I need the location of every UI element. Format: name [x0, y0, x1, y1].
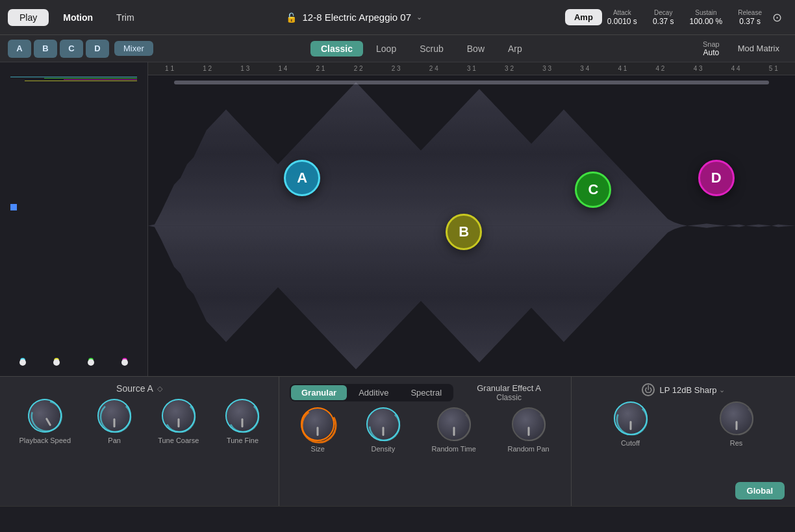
tick-2-3: 2 3 — [385, 65, 408, 72]
motion-tab[interactable]: Motion — [54, 9, 102, 26]
snap-label: Snap — [703, 40, 720, 48]
granular-section: Granular Additive Spectral Granular Effe… — [279, 377, 572, 506]
filter-knobs: Cutoff Res — [582, 401, 785, 474]
waveform-area[interactable]: 1 1 1 2 1 3 1 4 2 1 2 2 2 3 2 4 3 1 3 2 … — [148, 62, 795, 376]
pan-group: Pan — [97, 399, 131, 444]
svg-point-6 — [370, 411, 399, 440]
cutoff-knob[interactable] — [614, 401, 648, 435]
pad-marker-d[interactable]: D — [698, 160, 735, 196]
filter-name-label: LP 12dB Sharp — [660, 385, 717, 395]
waveform-canvas[interactable]: A B C D — [148, 75, 795, 376]
lane-d-handle[interactable] — [121, 359, 128, 366]
decay-value[interactable]: 0.37 s — [653, 17, 674, 26]
tick-2-4: 2 4 — [422, 65, 446, 72]
snap-value[interactable]: Auto — [703, 48, 720, 57]
sustain-label: Sustain — [695, 9, 716, 16]
random-pan-label: Random Pan — [507, 445, 549, 453]
lane-c-handle[interactable] — [88, 359, 94, 366]
density-group: Density — [366, 407, 400, 453]
tick-4-1: 4 1 — [611, 65, 634, 72]
res-label: Res — [730, 439, 743, 447]
pan-knob[interactable] — [97, 399, 131, 433]
trim-tab[interactable]: Trim — [107, 9, 143, 26]
tick-1-2: 1 2 — [196, 65, 219, 72]
svg-point-1 — [27, 396, 68, 437]
sustain-param: Sustain 100.00 % — [690, 9, 723, 26]
top-bar: Play Motion Trim 🔓 12-8 Electric Arpeggi… — [0, 0, 795, 35]
second-bar: A B C D Mixer Classic Loop Scrub Bow Arp… — [0, 35, 795, 62]
playback-speed-knob[interactable] — [22, 392, 68, 438]
ruler-ticks: 1 1 1 2 1 3 1 4 2 1 2 2 2 3 2 4 3 1 3 2 … — [151, 65, 792, 72]
tick-4-4: 4 4 — [724, 65, 748, 72]
global-button[interactable]: Global — [735, 482, 785, 500]
tick-4-2: 4 2 — [648, 65, 672, 72]
attack-value[interactable]: 0.0010 s — [607, 17, 637, 26]
tick-4-3: 4 3 — [687, 65, 710, 72]
effect-label: Granular Effect A Classic — [457, 383, 561, 402]
synth-tabs: Granular Additive Spectral — [290, 384, 453, 401]
pad-marker-a[interactable]: A — [284, 160, 320, 196]
envelope-params: Attack 0.0010 s Decay 0.37 s Sustain 100… — [607, 9, 762, 26]
selection-bar[interactable] — [174, 81, 769, 84]
random-time-knob[interactable] — [437, 407, 471, 441]
source-chevron-icon[interactable]: ◇ — [157, 385, 162, 393]
pad-c-button[interactable]: C — [60, 40, 83, 58]
pad-b-button[interactable]: B — [34, 40, 57, 58]
amp-button[interactable]: Amp — [565, 9, 602, 25]
preset-chevron-icon[interactable]: ⌄ — [416, 13, 422, 21]
tick-3-4: 3 4 — [573, 65, 596, 72]
mixer-lanes — [5, 69, 142, 370]
size-label: Size — [311, 445, 325, 453]
lane-b-handle[interactable] — [53, 359, 60, 366]
mode-loop-tab[interactable]: Loop — [366, 41, 407, 57]
attack-label: Attack — [613, 9, 631, 16]
density-knob[interactable] — [366, 407, 400, 441]
size-knob[interactable] — [301, 407, 334, 441]
spectral-tab[interactable]: Spectral — [400, 385, 452, 400]
filter-power-button[interactable]: ⏻ — [642, 383, 655, 396]
tune-coarse-knob[interactable] — [162, 399, 196, 433]
pad-a-button[interactable]: A — [8, 40, 31, 58]
filter-chevron-icon[interactable]: ⌄ — [719, 386, 725, 394]
random-pan-knob[interactable] — [512, 407, 546, 441]
additive-tab[interactable]: Additive — [348, 385, 399, 400]
mode-scrub-tab[interactable]: Scrub — [409, 41, 454, 57]
lane-c — [76, 358, 106, 366]
more-button[interactable]: ⊙ — [767, 8, 787, 27]
mixer-button[interactable]: Mixer — [114, 41, 153, 56]
tick-3-2: 3 2 — [498, 65, 521, 72]
tune-fine-group: Tune Fine — [225, 399, 259, 444]
playback-speed-group: Playback Speed — [19, 399, 71, 444]
sustain-value[interactable]: 100.00 % — [690, 17, 723, 26]
effect-title: Granular Effect A — [457, 383, 561, 393]
tick-1-3: 1 3 — [233, 65, 257, 72]
pad-d-button[interactable]: D — [86, 40, 109, 58]
granular-knobs: Size Density Random Time — [290, 407, 561, 500]
play-button[interactable]: Play — [8, 9, 49, 26]
lane-d — [110, 358, 140, 366]
preset-name: 12-8 Electric Arpeggio 07 — [302, 12, 411, 23]
decay-label: Decay — [654, 9, 672, 16]
tick-5-1: 5 1 — [762, 65, 785, 72]
mode-bow-tab[interactable]: Bow — [457, 41, 495, 57]
mode-classic-tab[interactable]: Classic — [310, 41, 363, 57]
tune-fine-knob[interactable] — [225, 399, 259, 433]
pad-marker-b[interactable]: B — [446, 214, 482, 250]
tick-1-4: 1 4 — [271, 65, 294, 72]
tick-3-1: 3 1 — [460, 65, 483, 72]
random-time-label: Random Time — [431, 445, 475, 453]
left-panel — [0, 62, 148, 376]
ruler: 1 1 1 2 1 3 1 4 2 1 2 2 2 3 2 4 3 1 3 2 … — [148, 62, 795, 75]
lane-a-handle[interactable] — [19, 359, 26, 366]
mode-arp-tab[interactable]: Arp — [498, 41, 533, 57]
cutoff-group: Cutoff — [614, 401, 648, 447]
cutoff-label: Cutoff — [621, 439, 640, 447]
source-header: Source A ◇ — [10, 383, 268, 394]
release-value[interactable]: 0.37 s — [739, 17, 761, 26]
res-knob[interactable] — [720, 401, 753, 435]
lock-icon[interactable]: 🔓 — [286, 12, 297, 23]
mod-matrix-button[interactable]: Mod Matrix — [730, 41, 787, 56]
granular-tab[interactable]: Granular — [291, 385, 347, 400]
svg-point-3 — [165, 402, 195, 432]
source-section: Source A ◇ Playback Speed Pan — [0, 377, 279, 506]
